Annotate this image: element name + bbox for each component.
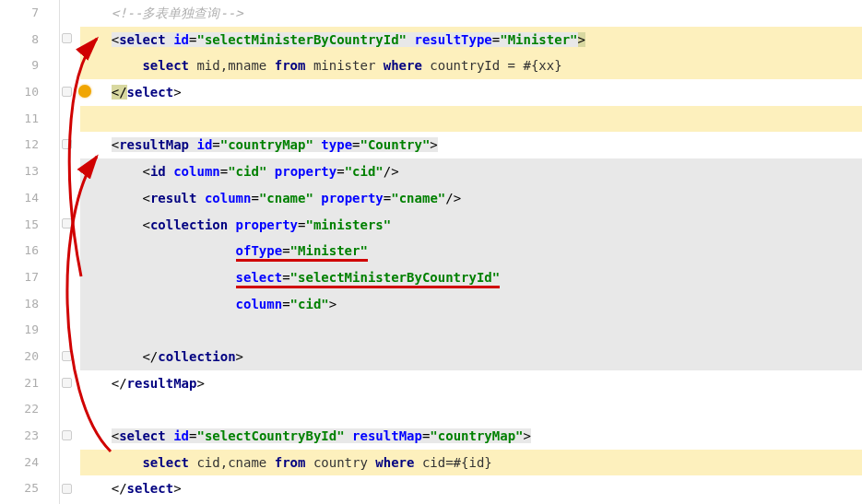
code-line[interactable] — [80, 396, 862, 423]
code-line[interactable]: select mid,mname from minister where cou… — [80, 53, 862, 79]
xml-attr: resultMap — [352, 428, 422, 443]
line-number: 12 — [0, 132, 59, 158]
line-number: 19 — [0, 317, 59, 344]
fold-toggle-icon[interactable] — [62, 33, 72, 43]
code-line[interactable]: </select> — [80, 475, 862, 502]
xml-attr: property — [236, 217, 298, 232]
code-line[interactable] — [80, 317, 862, 344]
line-number: 10 — [0, 79, 59, 106]
sql-keyword: from — [275, 455, 306, 470]
xml-attr: column — [205, 191, 252, 205]
xml-tag: collection — [158, 349, 235, 364]
line-number: 24 — [0, 450, 59, 476]
xml-attr-value: "selectMinisterByCountryId" — [290, 270, 501, 285]
code-line[interactable]: <!--多表单独查询--> — [80, 0, 862, 27]
fold-toggle-icon[interactable] — [62, 484, 72, 494]
line-number: 9 — [0, 53, 59, 79]
fold-toggle-icon[interactable] — [62, 378, 72, 388]
xml-attr: type — [321, 137, 352, 152]
xml-attr: column — [236, 297, 283, 311]
sql-keyword: select — [142, 58, 189, 73]
line-number: 16 — [0, 238, 59, 264]
xml-attr: id — [173, 428, 189, 443]
xml-attr: id — [196, 137, 212, 152]
code-line[interactable]: <result column="cname" property="cname"/… — [80, 185, 862, 212]
xml-attr-value: "countryMap" — [220, 137, 313, 152]
xml-attr-value: "Minister" — [500, 32, 577, 47]
xml-attr: resultType — [414, 32, 491, 47]
fold-toggle-icon[interactable] — [62, 139, 72, 149]
xml-tag: select — [119, 32, 166, 47]
line-number: 25 — [0, 475, 59, 502]
xml-attr: select — [236, 270, 283, 285]
code-line[interactable]: <select id="selectMinisterByCountryId" r… — [80, 27, 862, 53]
xml-tag: collection — [150, 217, 228, 232]
code-line[interactable]: select="selectMinisterByCountryId" — [80, 264, 862, 291]
code-line[interactable]: column="cid"> — [80, 291, 862, 318]
line-number: 15 — [0, 212, 59, 239]
xml-attr-value: "countryMap" — [430, 428, 523, 443]
line-number: 14 — [0, 185, 59, 212]
xml-attr-value: "selectCountryById" — [196, 428, 344, 443]
line-number: 21 — [0, 370, 59, 397]
code-line[interactable]: select cid,cname from country where cid=… — [80, 450, 862, 476]
xml-attr: column — [173, 164, 220, 179]
xml-tag: result — [150, 191, 197, 205]
xml-attr-value: "cname" — [391, 191, 445, 205]
xml-tag: resultMap — [119, 137, 189, 152]
xml-attr-value: "cid" — [345, 164, 384, 179]
xml-attr-value: "Country" — [360, 137, 431, 152]
xml-attr: id — [173, 32, 189, 47]
fold-gutter — [60, 0, 77, 504]
xml-tag: select — [127, 85, 174, 100]
xml-attr: property — [275, 164, 337, 179]
code-content[interactable]: <!--多表单独查询--> <select id="selectMinister… — [77, 0, 862, 504]
xml-attr: property — [321, 191, 383, 205]
xml-attr-value: "Minister" — [290, 243, 368, 258]
code-line[interactable]: </select> — [80, 79, 862, 106]
code-line[interactable]: <id column="cid" property="cid"/> — [80, 158, 862, 185]
xml-comment: <!--多表单独查询--> — [112, 6, 243, 20]
xml-attr-value: "cid" — [290, 297, 329, 311]
line-number: 8 — [0, 27, 59, 53]
sql-keyword: select — [142, 455, 189, 470]
code-line[interactable]: <collection property="ministers" — [80, 212, 862, 239]
line-number: 17 — [0, 264, 59, 291]
code-line[interactable]: <select id="selectCountryById" resultMap… — [80, 423, 862, 450]
sql-keyword: from — [275, 58, 306, 73]
line-number-gutter: 7 8 9 10 11 12 13 14 15 16 17 18 19 20 2… — [0, 0, 60, 504]
sql-keyword: where — [375, 455, 414, 470]
code-line[interactable]: </resultMap> — [80, 370, 862, 397]
code-line[interactable]: ofType="Minister" — [80, 238, 862, 264]
code-line[interactable]: </collection> — [80, 344, 862, 370]
code-line[interactable]: <resultMap id="countryMap" type="Country… — [80, 132, 862, 158]
sql-keyword: where — [384, 58, 422, 73]
xml-attr-value: "ministers" — [305, 217, 391, 232]
code-line[interactable] — [80, 106, 862, 133]
line-number: 7 — [0, 0, 59, 27]
fold-toggle-icon[interactable] — [62, 218, 72, 229]
xml-tag: select — [127, 481, 174, 496]
xml-attr-value: "cid" — [228, 164, 266, 179]
xml-tag: select — [119, 428, 166, 443]
line-number: 11 — [0, 106, 59, 133]
intention-bulb-icon[interactable] — [78, 85, 91, 98]
xml-tag: id — [150, 164, 166, 179]
xml-attr-value: "selectMinisterByCountryId" — [196, 32, 407, 47]
fold-toggle-icon[interactable] — [62, 87, 72, 97]
line-number: 22 — [0, 396, 59, 423]
line-number: 13 — [0, 158, 59, 185]
code-editor: 7 8 9 10 11 12 13 14 15 16 17 18 19 20 2… — [0, 0, 862, 504]
fold-toggle-icon[interactable] — [62, 430, 72, 440]
xml-attr-value: "cname" — [259, 191, 313, 205]
line-number: 20 — [0, 344, 59, 370]
line-number: 18 — [0, 291, 59, 318]
xml-tag: resultMap — [127, 376, 197, 391]
fold-toggle-icon[interactable] — [62, 351, 72, 361]
line-number: 23 — [0, 423, 59, 450]
xml-attr: ofType — [236, 243, 283, 258]
